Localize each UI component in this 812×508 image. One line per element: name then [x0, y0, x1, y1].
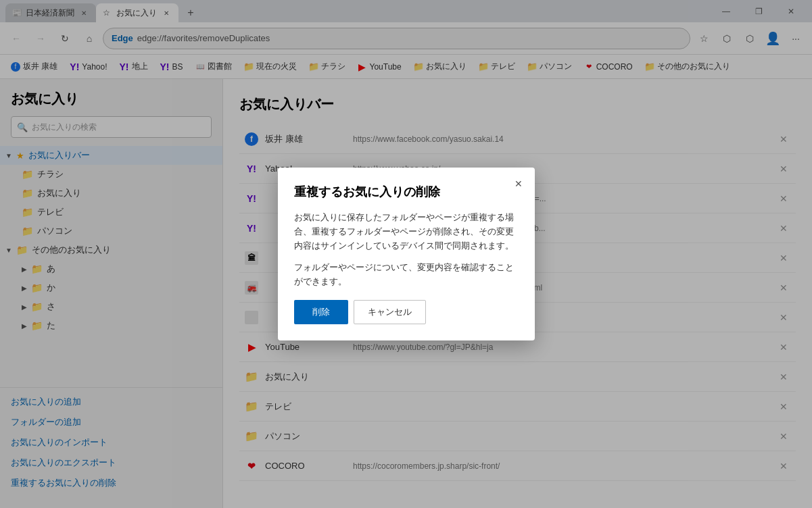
- cancel-button[interactable]: キャンセル: [354, 300, 426, 324]
- dialog-body-text1: お気に入りに保存したフォルダーやページが重複する場合、重複するフォルダーやページ…: [294, 211, 519, 253]
- dialog-title: 重複するお気に入りの削除: [294, 184, 519, 200]
- dialog-body: お気に入りに保存したフォルダーやページが重複する場合、重複するフォルダーやページ…: [294, 211, 519, 289]
- remove-duplicates-dialog: 重複するお気に入りの削除 ✕ お気に入りに保存したフォルダーやページが重複する場…: [278, 168, 535, 340]
- dialog-overlay: 重複するお気に入りの削除 ✕ お気に入りに保存したフォルダーやページが重複する場…: [0, 0, 812, 508]
- delete-button[interactable]: 削除: [294, 300, 348, 324]
- dialog-actions: 削除 キャンセル: [294, 300, 519, 324]
- dialog-close-button[interactable]: ✕: [510, 176, 527, 192]
- dialog-body-text2: フォルダーやページについて、変更内容を確認することができます。: [294, 261, 519, 289]
